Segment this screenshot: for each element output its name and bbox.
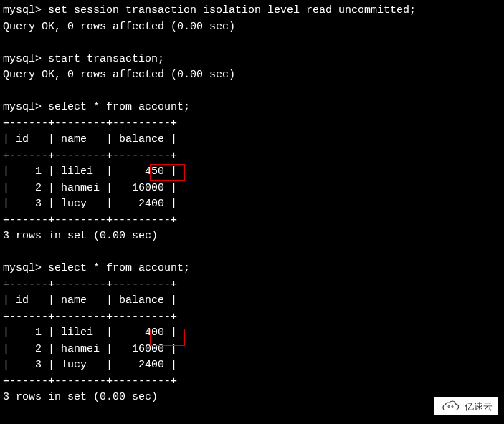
command-line-3: mysql> select * from account; [3, 100, 501, 116]
blank-line [3, 35, 501, 52]
table1-row-1: | 1 | lilei | 450 | [3, 164, 501, 180]
command-line-4: mysql> select * from account; [3, 261, 501, 277]
table2-row-2: | 2 | hanmei | 16000 | [3, 342, 501, 358]
watermark-text: 亿速云 [465, 400, 493, 414]
blank-line [3, 245, 501, 261]
table1-row-2: | 2 | hanmei | 16000 | [3, 180, 501, 197]
highlight-balance-400 [150, 329, 185, 346]
highlight-balance-450 [150, 164, 185, 181]
table2-border-mid: +------+--------+---------+ [3, 309, 501, 326]
table1-border-top: +------+--------+---------+ [3, 116, 501, 132]
svg-point-0 [448, 406, 450, 408]
table2-border-bottom: +------+--------+---------+ [3, 374, 501, 390]
table2-response: 3 rows in set (0.00 sec) [3, 390, 501, 406]
svg-point-1 [452, 406, 453, 408]
table2-border-top: +------+--------+---------+ [3, 277, 501, 294]
table1-response: 3 rows in set (0.00 sec) [3, 228, 501, 245]
cloud-icon [440, 400, 462, 413]
table2-row-3: | 3 | lucy | 2400 | [3, 357, 501, 374]
table1-row-3: | 3 | lucy | 2400 | [3, 196, 501, 213]
blank-line [3, 84, 501, 100]
table1-border-mid: +------+--------+---------+ [3, 148, 501, 165]
response-1: Query OK, 0 rows affected (0.00 sec) [3, 19, 501, 36]
watermark-logo: 亿速云 [434, 398, 498, 416]
table2-header: | id | name | balance | [3, 293, 501, 309]
table2-row-1: | 1 | lilei | 400 | [3, 325, 501, 342]
table1-header: | id | name | balance | [3, 132, 501, 148]
command-line-1: mysql> set session transaction isolation… [3, 3, 501, 19]
response-2: Query OK, 0 rows affected (0.00 sec) [3, 67, 501, 84]
table1-border-bottom: +------+--------+---------+ [3, 213, 501, 229]
command-line-2: mysql> start transaction; [3, 52, 501, 68]
